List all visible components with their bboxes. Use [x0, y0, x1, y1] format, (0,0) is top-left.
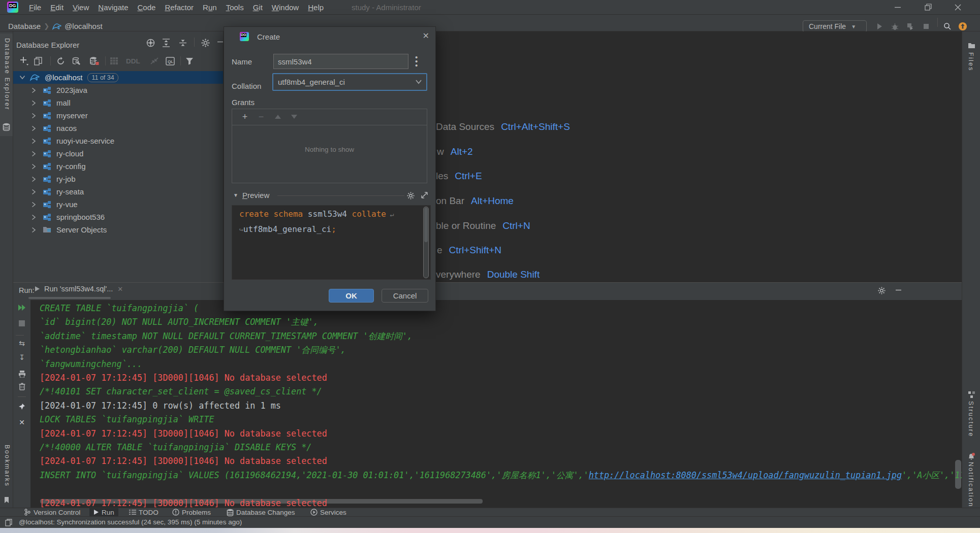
menu-code[interactable]: Code — [133, 3, 161, 12]
kebab-menu-icon[interactable]: ••• — [415, 55, 418, 68]
data-source-properties-icon[interactable] — [89, 55, 99, 66]
ddl-button-disabled[interactable]: DDL — [126, 55, 140, 66]
menu-view[interactable]: View — [68, 3, 93, 12]
tree-item-springboot536[interactable]: springboot536 — [13, 211, 223, 223]
tool-window-button-database-changes[interactable]: Database Changes — [227, 508, 295, 516]
dialog-close-icon[interactable]: ✕ — [423, 31, 429, 41]
name-input[interactable]: ssml53w4 — [273, 54, 408, 69]
menu-window[interactable]: Window — [267, 3, 303, 12]
preview-scrollbar[interactable] — [423, 207, 429, 278]
console-link[interactable]: http://localhost:8080/ssml53w4/upload/fa… — [589, 470, 902, 480]
expand-all-icon[interactable] — [162, 39, 170, 47]
pin-icon[interactable] — [13, 402, 30, 412]
breadcrumb-localhost[interactable]: @localhost — [65, 22, 102, 30]
chevron-collapsed-icon[interactable] — [31, 176, 36, 182]
jdbc-wrench-icon[interactable] — [72, 55, 81, 66]
files-tab-label[interactable]: Files — [967, 52, 974, 72]
stack-icon[interactable] — [5, 519, 13, 526]
filter-icon[interactable] — [185, 55, 194, 66]
stop-icon-disabled[interactable] — [13, 318, 30, 328]
tree-item-ry-cloud[interactable]: ry-cloud — [13, 147, 223, 160]
debug-button[interactable] — [890, 22, 899, 31]
gear-icon[interactable] — [201, 39, 210, 47]
cancel-button[interactable]: Cancel — [382, 289, 428, 303]
hide-panel-icon[interactable] — [217, 39, 224, 45]
menu-tools[interactable]: Tools — [222, 3, 248, 12]
move-down-icon[interactable] — [290, 112, 299, 121]
trash-icon[interactable] — [13, 381, 30, 391]
menu-refactor[interactable]: Refactor — [160, 3, 198, 12]
update-notification-icon[interactable] — [958, 22, 967, 31]
tree-item-myserver[interactable]: myserver — [13, 109, 223, 122]
folder-icon[interactable] — [968, 42, 975, 49]
refresh-icon[interactable] — [56, 55, 65, 66]
print-icon[interactable] — [13, 369, 30, 379]
query-console-button[interactable]: QL — [166, 55, 175, 66]
notifications-bell-icon[interactable] — [967, 452, 975, 460]
tree-item-ry-vue[interactable]: ry-vue — [13, 198, 223, 211]
duplicate-icon[interactable] — [34, 55, 42, 66]
tree-item-mall[interactable]: mall — [13, 96, 223, 109]
search-icon[interactable] — [943, 22, 952, 31]
tree-item-ry-config[interactable]: ry-config — [13, 160, 223, 173]
structure-tab-label[interactable]: Structure — [967, 401, 974, 437]
tool-window-button-run[interactable]: Run — [89, 508, 118, 516]
tree-item-2023java[interactable]: 2023java — [13, 84, 223, 96]
menu-help[interactable]: Help — [303, 3, 328, 12]
tree-item-server-objects[interactable]: Server Objects — [13, 223, 223, 236]
run-settings-gear-icon[interactable] — [878, 287, 886, 294]
tool-window-button-services[interactable]: Services — [310, 508, 346, 516]
chevron-collapsed-icon[interactable] — [31, 227, 36, 233]
minimize-button[interactable] — [894, 0, 901, 14]
chevron-collapsed-icon[interactable] — [31, 189, 36, 195]
preview-gear-icon[interactable] — [407, 192, 415, 199]
hide-run-panel-icon[interactable] — [895, 287, 902, 293]
tool-window-button-version-control[interactable]: Version Control — [24, 508, 80, 516]
add-data-source-button[interactable] — [19, 55, 29, 66]
menu-navigate[interactable]: Navigate — [93, 3, 133, 12]
run-coverage-button[interactable] — [905, 22, 914, 31]
tree-item-ruoyi-vue-service[interactable]: ruoyi-vue-service — [13, 135, 223, 147]
open-in-editor-icon[interactable] — [421, 192, 428, 198]
bookmarks-tab-label[interactable]: Bookmarks — [4, 445, 11, 487]
tool-window-button-todo[interactable]: TODO — [129, 508, 159, 516]
menu-file[interactable]: File — [24, 3, 46, 12]
tree-item-ry-job[interactable]: ry-job — [13, 173, 223, 185]
breadcrumb-database[interactable]: Database — [8, 22, 41, 30]
close-button[interactable] — [954, 0, 962, 14]
menu-git[interactable]: Git — [248, 3, 267, 12]
scroll-to-end-icon[interactable]: ↧ — [13, 352, 30, 362]
menu-run[interactable]: Run — [198, 3, 222, 12]
close-tab-icon[interactable]: ✕ — [117, 285, 123, 293]
chevron-collapsed-icon[interactable] — [31, 214, 36, 220]
stop-button[interactable] — [922, 22, 931, 31]
restore-button[interactable] — [925, 0, 932, 14]
menu-edit[interactable]: Edit — [46, 3, 68, 12]
rerun-icon[interactable] — [13, 303, 30, 313]
run-button[interactable] — [875, 22, 884, 31]
table-icon-disabled[interactable] — [110, 55, 118, 66]
move-up-icon[interactable] — [273, 112, 282, 121]
run-console[interactable]: [2024-01-07 17:12:45] [3D000][1046] No d… — [30, 300, 962, 508]
dump-icon-disabled[interactable] — [150, 55, 159, 66]
tree-root-localhost[interactable]: @localhost11 of 34 — [13, 71, 223, 84]
chevron-collapsed-icon[interactable] — [31, 125, 36, 131]
chevron-collapsed-icon[interactable] — [31, 202, 36, 208]
locate-object-icon[interactable] — [146, 39, 155, 47]
chevron-collapsed-icon[interactable] — [31, 113, 36, 119]
chevron-collapsed-icon[interactable] — [31, 87, 36, 93]
tree-item-nacos[interactable]: nacos — [13, 122, 223, 135]
structure-icon[interactable] — [968, 391, 975, 398]
remove-grant-icon[interactable]: − — [257, 112, 266, 121]
tool-window-button-problems[interactable]: Problems — [172, 508, 211, 516]
add-grant-icon[interactable]: + — [240, 112, 249, 121]
collapse-all-icon[interactable] — [179, 39, 187, 47]
run-configuration-select[interactable]: Current File▼ — [803, 20, 867, 32]
chevron-expanded-icon[interactable] — [19, 75, 25, 80]
run-console-tab[interactable]: Run 'ssml53w4.sql'... ✕ — [35, 285, 123, 293]
collapse-triangle-icon[interactable]: ▼ — [233, 192, 238, 198]
ok-button[interactable]: OK — [329, 289, 374, 303]
collation-select[interactable]: utf8mb4_general_ci — [272, 73, 427, 91]
close-icon[interactable]: ✕ — [13, 417, 30, 427]
chevron-collapsed-icon[interactable] — [31, 163, 36, 170]
